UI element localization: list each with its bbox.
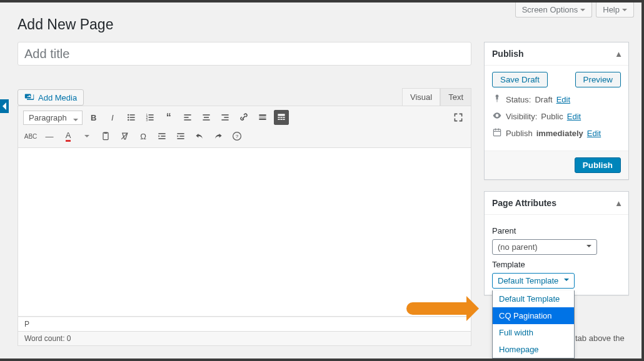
strikethrough-button[interactable]: ABC [23, 129, 38, 144]
template-option[interactable]: Default Template [493, 290, 574, 307]
svg-rect-37 [177, 133, 184, 134]
outdent-button[interactable] [154, 129, 169, 144]
numbered-list-button[interactable]: 123 [143, 110, 158, 125]
chevron-down-icon [586, 245, 591, 250]
editor-toolbar: Paragraph B I 123 “ [18, 106, 471, 148]
clear-formatting-button[interactable] [117, 129, 132, 144]
svg-rect-42 [493, 129, 500, 136]
link-button[interactable] [236, 110, 251, 125]
page-attributes-box: Page Attributes ▴ Parent (no parent) Tem… [484, 191, 629, 295]
blockquote-button[interactable]: “ [161, 110, 176, 125]
svg-point-2 [128, 117, 129, 118]
calendar-icon [492, 127, 502, 139]
parent-select[interactable]: (no parent) [492, 239, 597, 255]
svg-rect-21 [259, 114, 266, 116]
svg-rect-34 [158, 133, 165, 134]
chevron-down-icon [622, 9, 627, 14]
svg-rect-36 [158, 138, 165, 139]
svg-rect-25 [278, 117, 279, 118]
svg-point-4 [128, 119, 129, 121]
edit-status-link[interactable]: Edit [556, 95, 570, 104]
edit-visibility-link[interactable]: Edit [567, 112, 581, 121]
template-dropdown: Default Template CQ Pagination Full widt… [492, 290, 575, 359]
pin-icon [492, 94, 502, 106]
publish-button[interactable]: Publish [575, 157, 621, 173]
svg-rect-16 [204, 117, 209, 118]
visibility-icon [492, 111, 502, 122]
text-color-button[interactable]: A [61, 129, 76, 144]
editor-body[interactable] [18, 148, 471, 317]
svg-rect-30 [283, 119, 284, 120]
page-attributes-heading[interactable]: Page Attributes ▴ [485, 192, 628, 215]
align-left-button[interactable] [180, 110, 195, 125]
svg-rect-24 [278, 114, 284, 116]
help-button[interactable]: Help [596, 2, 634, 17]
svg-rect-20 [221, 119, 228, 121]
fullscreen-button[interactable] [451, 110, 466, 125]
keyboard-help-button[interactable]: ? [229, 129, 244, 144]
template-option[interactable]: Full width [493, 324, 574, 341]
indent-button[interactable] [173, 129, 188, 144]
element-path: P [18, 317, 471, 332]
screen-options-button[interactable]: Screen Options [515, 2, 593, 17]
collapse-icon: ▴ [616, 198, 621, 208]
align-center-button[interactable] [199, 110, 214, 125]
help-fragment: tab above the [575, 334, 625, 343]
svg-rect-3 [129, 117, 134, 118]
paste-text-button[interactable] [98, 129, 113, 144]
align-right-button[interactable] [218, 110, 233, 125]
svg-rect-27 [283, 117, 284, 118]
tab-visual[interactable]: Visual [402, 88, 440, 106]
svg-rect-7 [148, 114, 153, 116]
help-label: Help [603, 5, 620, 14]
svg-rect-17 [203, 119, 209, 121]
svg-rect-12 [184, 114, 191, 116]
redo-button[interactable] [211, 129, 226, 144]
template-option[interactable]: CQ Pagination [493, 307, 574, 324]
preview-button[interactable]: Preview [575, 72, 621, 87]
svg-rect-38 [179, 136, 184, 137]
svg-rect-26 [280, 117, 282, 118]
page-title: Add New Page [18, 16, 629, 33]
read-more-button[interactable] [255, 110, 270, 125]
collapse-icon: ▴ [616, 49, 621, 59]
hr-button[interactable]: — [42, 129, 57, 144]
bold-button[interactable]: B [86, 110, 101, 125]
svg-rect-9 [148, 117, 153, 118]
svg-text:?: ? [236, 134, 239, 139]
title-input[interactable] [18, 42, 471, 66]
svg-rect-1 [129, 114, 134, 116]
screen-options-label: Screen Options [522, 5, 578, 14]
chevron-down-icon [564, 279, 569, 284]
italic-button[interactable]: I [105, 110, 120, 125]
save-draft-button[interactable]: Save Draft [492, 72, 548, 87]
template-option[interactable]: Homepage [493, 341, 574, 358]
toolbar-toggle-button[interactable] [274, 110, 289, 125]
svg-rect-39 [177, 138, 184, 139]
text-color-chevron[interactable] [79, 129, 94, 144]
chevron-down-icon [84, 135, 89, 140]
svg-rect-22 [259, 117, 266, 117]
svg-rect-32 [104, 132, 108, 134]
svg-rect-31 [103, 132, 108, 139]
special-char-button[interactable]: Ω [136, 129, 151, 144]
media-icon [24, 92, 34, 102]
publish-box: Publish ▴ Save Draft Preview Status: Dra… [484, 42, 629, 180]
svg-rect-13 [184, 117, 188, 118]
svg-text:3: 3 [146, 119, 148, 122]
collapse-menu-tab[interactable] [0, 99, 9, 113]
add-media-button[interactable]: Add Media [18, 89, 84, 106]
add-media-label: Add Media [38, 93, 77, 102]
svg-point-0 [128, 114, 129, 116]
bullet-list-button[interactable] [124, 110, 139, 125]
svg-rect-35 [161, 136, 165, 137]
svg-rect-14 [184, 119, 191, 121]
edit-schedule-link[interactable]: Edit [587, 129, 601, 138]
svg-rect-15 [203, 114, 209, 116]
svg-rect-23 [259, 119, 266, 120]
undo-button[interactable] [192, 129, 207, 144]
tab-text[interactable]: Text [440, 88, 471, 106]
template-select[interactable]: Default Template [492, 273, 575, 289]
publish-heading[interactable]: Publish ▴ [485, 42, 628, 66]
paragraph-select[interactable]: Paragraph [23, 111, 83, 125]
